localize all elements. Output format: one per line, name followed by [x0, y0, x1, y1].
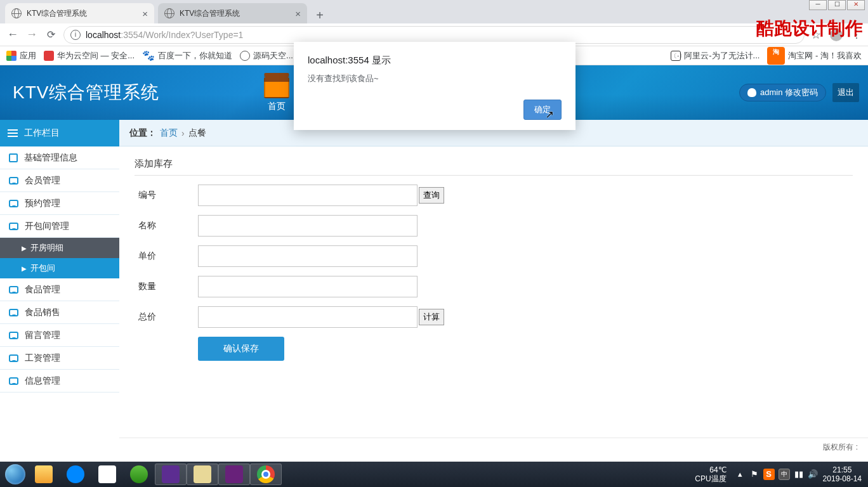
volume-icon[interactable]: 🔊 — [808, 469, 818, 479]
app-body: 工作栏目 基础管理信息 会员管理 预约管理 开包间管理 ▶开房明细 ▶开包间 食… — [0, 120, 868, 457]
alert-dialog: localhost:3554 显示 没有查找到该食品~ 确定 — [294, 42, 575, 130]
triangle-icon: ▶ — [22, 245, 27, 252]
sidebar-item-member[interactable]: 会员管理 — [0, 169, 119, 192]
back-button[interactable]: ← — [6, 28, 19, 41]
user-icon — [747, 88, 756, 97]
sidebar-item-room[interactable]: 开包间管理 — [0, 215, 119, 238]
chat-icon — [9, 223, 18, 230]
sogou-icon[interactable]: S — [763, 469, 775, 480]
site-info-icon[interactable]: i — [70, 30, 81, 40]
sidebar-item-base[interactable]: 基础管理信息 — [0, 146, 119, 169]
bookmark-star-icon[interactable]: ☆ — [811, 28, 821, 42]
bookmark-source[interactable]: 源码天空... — [240, 50, 293, 62]
breadcrumb-label: 位置： — [129, 127, 156, 139]
sidebar-item-food[interactable]: 食品管理 — [0, 278, 119, 301]
sidebar-item-reserve[interactable]: 预约管理 — [0, 192, 119, 215]
menu-icon — [8, 129, 18, 137]
query-button[interactable]: 查询 — [419, 187, 444, 204]
triangle-icon: ▶ — [22, 265, 27, 272]
sidebar-header[interactable]: 工作栏目 — [0, 120, 119, 146]
browser-icon — [130, 465, 148, 483]
bookmark-apps[interactable]: 应用 — [6, 50, 36, 62]
footer-copyright: 版权所有 : — [119, 438, 868, 457]
browser-tab-inactive[interactable]: KTV综合管理系统 × — [158, 3, 307, 23]
taskbar-app-vs2[interactable] — [218, 464, 250, 485]
tool-icon — [194, 465, 211, 483]
dialog-message: 没有查找到该食品~ — [308, 73, 562, 84]
vs-icon — [225, 465, 243, 483]
new-tab-button[interactable]: + — [311, 6, 329, 23]
windows-icon — [5, 464, 25, 484]
kugou-icon — [67, 465, 84, 483]
window-close-button[interactable]: ✕ — [847, 0, 865, 10]
sidebar-sub-room-detail[interactable]: ▶开房明细 — [0, 238, 119, 258]
browser-tab-active[interactable]: KTV综合管理系统 × — [5, 3, 154, 23]
taobao-icon: 淘 — [767, 47, 785, 65]
home-icon — [264, 73, 289, 98]
tab-title: KTV综合管理系统 — [27, 8, 139, 19]
sidebar-sub-room-open[interactable]: ▶开包间 — [0, 258, 119, 278]
start-button[interactable] — [3, 462, 28, 487]
network-icon[interactable]: ▮▮ — [794, 469, 804, 479]
input-price[interactable] — [198, 245, 418, 267]
folder-icon — [35, 465, 53, 483]
aliyun-icon: 〔-〕 — [671, 51, 681, 61]
input-qty[interactable] — [198, 276, 418, 297]
ime-icon[interactable]: 中 — [779, 469, 790, 480]
form-add-stock: 添加库存 编号 查询 名称 单价 数量 — [119, 146, 868, 372]
dialog-ok-button[interactable]: 确定 — [523, 100, 562, 120]
url-host: localhost — [86, 30, 121, 40]
vs-icon — [162, 465, 180, 483]
chrome-icon — [257, 465, 275, 483]
sidebar: 工作栏目 基础管理信息 会员管理 预约管理 开包间管理 ▶开房明细 ▶开包间 食… — [0, 120, 119, 457]
window-minimize-button[interactable]: ─ — [809, 0, 827, 10]
tab-close-icon[interactable]: × — [292, 8, 301, 19]
bookmark-taobao[interactable]: 淘淘宝网 - 淘！我喜欢 — [767, 47, 862, 65]
bookmark-huawei[interactable]: 华为云空间 — 安全... — [44, 50, 135, 62]
sidebar-item-sale[interactable]: 食品销售 — [0, 301, 119, 324]
taskbar-app-vs[interactable] — [155, 464, 187, 485]
baidu-icon: 🐾 — [142, 49, 155, 62]
taskbar-app-chrome[interactable] — [250, 464, 282, 485]
input-id[interactable] — [198, 185, 418, 206]
flag-icon[interactable]: ⚑ — [749, 469, 760, 479]
square-icon — [9, 153, 18, 162]
url-input[interactable]: i localhost:3554/Work/Index?UserType=1 — [63, 26, 805, 44]
label-total: 总价 — [135, 311, 198, 323]
taskbar-app-explorer[interactable] — [28, 462, 60, 487]
taskbar-app-fetion[interactable] — [91, 462, 123, 487]
input-name[interactable] — [198, 215, 418, 237]
chat-icon — [9, 377, 18, 385]
save-button[interactable]: 确认保存 — [198, 337, 284, 361]
sidebar-item-message[interactable]: 留言管理 — [0, 324, 119, 347]
menu-icon[interactable]: ⋮ — [852, 29, 862, 41]
bookmark-aliyun[interactable]: 〔-〕阿里云-为了无法计... — [671, 50, 760, 62]
admin-link[interactable]: admin 修改密码 — [739, 84, 826, 101]
forward-button[interactable]: → — [25, 28, 38, 41]
breadcrumb-home[interactable]: 首页 — [160, 127, 178, 139]
sidebar-item-salary[interactable]: 工资管理 — [0, 347, 119, 370]
chat-icon — [9, 332, 18, 339]
chat-icon — [9, 200, 18, 207]
bookmark-baidu[interactable]: 🐾百度一下，你就知道 — [142, 49, 232, 62]
taskbar-clock[interactable]: 21:55 2019-08-14 — [823, 465, 862, 483]
taskbar: 64℃ CPU温度 ▴ ⚑ S 中 ▮▮ 🔊 21:55 2019-08-14 — [0, 462, 868, 487]
tab-title: KTV综合管理系统 — [180, 8, 292, 19]
app-logo: KTV综合管理系统 — [0, 81, 172, 105]
tab-close-icon[interactable]: × — [139, 8, 148, 19]
reload-button[interactable]: ⟳ — [44, 29, 57, 41]
tray-up-icon[interactable]: ▴ — [735, 469, 746, 479]
taskbar-app-360[interactable] — [123, 462, 155, 487]
taskbar-app-kugou[interactable] — [60, 462, 91, 487]
input-total[interactable] — [198, 306, 418, 328]
sidebar-item-info[interactable]: 信息管理 — [0, 370, 119, 393]
window-maximize-button[interactable]: ☐ — [828, 0, 846, 10]
calc-button[interactable]: 计算 — [419, 309, 444, 325]
breadcrumb-current: 点餐 — [188, 127, 206, 139]
profile-icon[interactable] — [830, 29, 843, 41]
taskbar-app-tool[interactable] — [187, 464, 218, 485]
window-controls: ─ ☐ ✕ — [809, 0, 865, 10]
chat-icon — [9, 286, 18, 294]
logout-button[interactable]: 退出 — [832, 83, 859, 102]
cpu-temp-widget[interactable]: 64℃ CPU温度 — [695, 465, 730, 483]
